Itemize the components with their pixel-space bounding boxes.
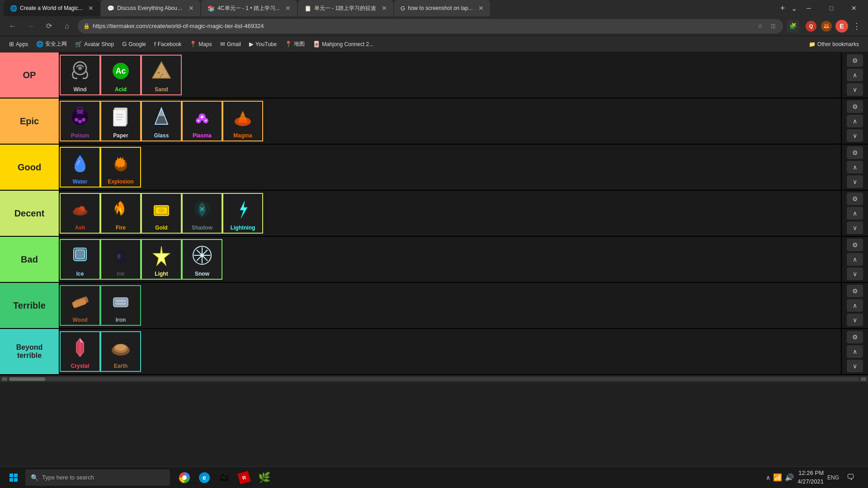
move-down-button-op[interactable]: ∨ xyxy=(847,83,863,96)
tier-item-fire[interactable]: Fire xyxy=(100,193,141,234)
tier-item-ash[interactable]: Ash xyxy=(60,193,100,234)
bookmark-google[interactable]: GGoogle xyxy=(118,39,150,49)
settings-button-terrible[interactable]: ⚙ xyxy=(847,285,863,297)
move-up-button-good[interactable]: ∧ xyxy=(847,161,863,174)
notification-button[interactable]: 🗨 xyxy=(843,469,859,486)
tier-item-wind[interactable]: Wind xyxy=(60,55,100,95)
tier-item-paper[interactable]: Paper xyxy=(100,101,141,141)
settings-button-bad[interactable]: ⚙ xyxy=(847,239,863,251)
tier-item-gold[interactable]: Gold xyxy=(141,193,182,234)
profile-avatar[interactable]: E xyxy=(835,20,848,33)
scroll-left-button[interactable] xyxy=(2,377,7,381)
new-tab-button[interactable]: + xyxy=(776,1,789,15)
clock[interactable]: 12:26 PM 4/27/2021 xyxy=(797,469,824,485)
move-down-button-terrible[interactable]: ∨ xyxy=(847,314,863,326)
close-button[interactable]: ✕ xyxy=(844,0,864,16)
url-bar[interactable]: 🔒 https://tiermaker.com/create/world-of-… xyxy=(78,19,783,33)
move-down-button-beyond[interactable]: ∨ xyxy=(847,360,863,372)
move-up-button-op[interactable]: ∧ xyxy=(847,69,863,81)
forward-button[interactable]: → xyxy=(24,19,38,33)
browser-menu-button[interactable]: ⋮ xyxy=(851,21,863,31)
tab-close-button[interactable]: ✕ xyxy=(382,5,387,12)
search-bar[interactable]: 🔍 Type here to search xyxy=(25,469,170,486)
tier-item-shadow[interactable]: Shadow xyxy=(182,193,222,234)
move-up-button-decent[interactable]: ∧ xyxy=(847,207,863,220)
scroll-area[interactable] xyxy=(0,375,868,382)
tier-item-magma[interactable]: Magma xyxy=(222,101,263,141)
move-up-button-terrible[interactable]: ∧ xyxy=(847,299,863,312)
tier-item-wood[interactable]: Wood xyxy=(60,285,100,326)
scroll-right-button[interactable] xyxy=(861,377,866,381)
tier-item-water[interactable]: Water xyxy=(60,147,100,188)
bookmark-youtube[interactable]: ▶YouTube xyxy=(245,39,280,49)
bookmark-mahjong-connect-2...[interactable]: 🀄Mahjong Connect 2... xyxy=(309,39,377,49)
browser-tab-tab3[interactable]: 📚4C单元一 - 1 • 踏上学习...✕ xyxy=(201,0,297,16)
bookmark-gmail[interactable]: ✉Gmail xyxy=(217,39,245,49)
back-button[interactable]: ← xyxy=(5,19,20,33)
tier-item-snow[interactable]: Snow xyxy=(182,239,222,280)
settings-menu-button[interactable]: 🦊 xyxy=(820,20,833,33)
move-down-button-good[interactable]: ∨ xyxy=(847,175,863,188)
settings-button-epic[interactable]: ⚙ xyxy=(847,100,863,113)
scroll-track[interactable] xyxy=(9,377,859,381)
home-button[interactable]: ⌂ xyxy=(60,19,74,33)
settings-button-good[interactable]: ⚙ xyxy=(847,146,863,159)
file-explorer-taskbar-icon[interactable]: 🗂 xyxy=(215,468,233,488)
roblox-taskbar-icon[interactable]: R xyxy=(235,468,253,488)
tier-item-earth[interactable]: Earth xyxy=(100,331,141,372)
tier-item-light[interactable]: Light xyxy=(141,239,182,280)
browser-tab-tab4[interactable]: 📋单元一 - 1踏上学习的征途✕ xyxy=(298,0,393,16)
tab-dropdown-button[interactable]: ⌄ xyxy=(789,4,798,13)
language-indicator[interactable]: ENG xyxy=(827,474,839,481)
start-button[interactable] xyxy=(4,468,24,488)
ravatar-icon[interactable]: Q xyxy=(805,20,817,33)
minimize-button[interactable]: ─ xyxy=(798,0,819,16)
bookmark-apps[interactable]: ⊞Apps xyxy=(5,39,32,49)
other-bookmarks-button[interactable]: 📁 Other bookmarks xyxy=(805,39,863,49)
move-down-button-bad[interactable]: ∨ xyxy=(847,267,863,280)
volume-icon[interactable]: 🔊 xyxy=(785,473,794,482)
minecraft-taskbar-icon[interactable]: 🌿 xyxy=(255,468,273,488)
refresh-button[interactable]: ⟳ xyxy=(42,19,56,33)
browser-tab-tab1[interactable]: 🌐Create a World of Magic...✕ xyxy=(4,0,100,16)
bookmark-地图[interactable]: 📍地图 xyxy=(281,38,308,50)
tier-item-sand[interactable]: Sand xyxy=(141,55,182,95)
tier-item-ink[interactable]: Ink xyxy=(100,239,141,280)
browser-tab-tab5[interactable]: Ghow to screenshot on lap...✕ xyxy=(394,0,490,16)
move-up-button-beyond[interactable]: ∧ xyxy=(847,345,863,358)
chevron-up-icon[interactable]: ∧ xyxy=(766,474,770,481)
browser-tab-tab2[interactable]: 💬Discuss Everything About...✕ xyxy=(101,0,200,16)
move-down-button-decent[interactable]: ∨ xyxy=(847,221,863,234)
chrome-taskbar-icon[interactable] xyxy=(175,468,193,488)
tab-close-button[interactable]: ✕ xyxy=(478,5,484,12)
tab-close-button[interactable]: ✕ xyxy=(189,5,194,12)
bookmark-star-icon[interactable]: ☆ xyxy=(756,22,765,31)
settings-button-op[interactable]: ⚙ xyxy=(847,54,863,67)
scroll-thumb[interactable] xyxy=(9,377,45,381)
tier-item-iron[interactable]: Iron xyxy=(100,285,141,326)
network-icon[interactable]: 📶 xyxy=(773,473,782,482)
move-up-button-bad[interactable]: ∧ xyxy=(847,253,863,266)
tier-item-lightning[interactable]: Lightning xyxy=(222,193,263,234)
move-down-button-epic[interactable]: ∨ xyxy=(847,129,863,142)
bookmark-facebook[interactable]: fFacebook xyxy=(151,39,185,49)
tier-item-explosion[interactable]: Explosion xyxy=(100,147,141,188)
bookmark-安全上网[interactable]: 🌐安全上网 xyxy=(33,38,71,50)
tier-item-acid[interactable]: Ac Acid xyxy=(100,55,141,95)
settings-button-decent[interactable]: ⚙ xyxy=(847,192,863,205)
bookmark-avatar-shop[interactable]: 🛒Avatar Shop xyxy=(71,39,118,49)
qr-code-icon[interactable]: ◫ xyxy=(769,22,778,31)
move-up-button-epic[interactable]: ∧ xyxy=(847,115,863,127)
tier-item-glass[interactable]: Glass xyxy=(141,101,182,141)
bookmark-maps[interactable]: 📍Maps xyxy=(186,39,215,49)
tier-item-ice[interactable]: Ice xyxy=(60,239,100,280)
tier-item-crystal[interactable]: Crystal xyxy=(60,331,100,372)
extensions-icon[interactable]: 🧩 xyxy=(787,20,799,33)
maximize-button[interactable]: □ xyxy=(821,0,842,16)
tier-item-plasma[interactable]: Plasma xyxy=(182,101,222,141)
tab-close-button[interactable]: ✕ xyxy=(88,5,94,12)
tab-close-button[interactable]: ✕ xyxy=(285,5,291,12)
tier-item-poison[interactable]: ☠ Poison xyxy=(60,101,100,141)
settings-button-beyond[interactable]: ⚙ xyxy=(847,331,863,343)
edge-taskbar-icon[interactable]: e xyxy=(195,468,213,488)
